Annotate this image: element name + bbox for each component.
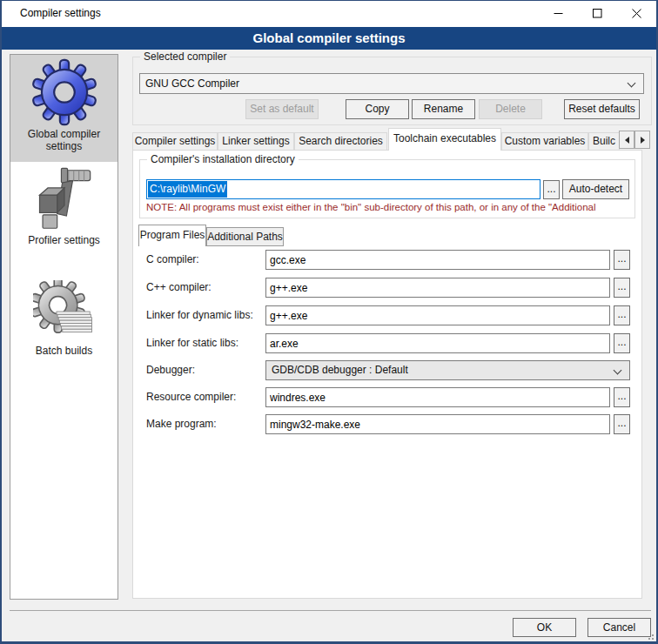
sidebar-item-global-compiler-settings[interactable]: Global compiler settings [10, 55, 118, 162]
settings-category-list: Global compiler settings Profiler settin… [10, 54, 118, 600]
make-program-input[interactable] [265, 414, 610, 434]
cancel-button[interactable]: Cancel [588, 618, 651, 637]
c-compiler-input[interactable] [265, 250, 610, 270]
subtab-additional-paths[interactable]: Additional Paths [206, 227, 284, 246]
tab-custom-variables[interactable]: Custom variables [501, 132, 588, 151]
bin-subdirectory-note: NOTE: All programs must exist either in … [146, 202, 634, 212]
delete-button: Delete [479, 99, 542, 119]
chevron-down-icon [614, 366, 622, 375]
tab-compiler-settings[interactable]: Compiler settings [132, 132, 218, 151]
resource-compiler-input[interactable] [265, 387, 610, 407]
c-compiler-label: C compiler: [146, 253, 199, 266]
window-title: Compiler settings [20, 1, 101, 26]
static-linker-label: Linker for static libs: [146, 337, 238, 350]
ok-button[interactable]: OK [513, 618, 576, 637]
arrow-left-icon [625, 137, 629, 144]
copy-button[interactable]: Copy [346, 99, 409, 119]
selected-path-text: C:\raylib\MinGW [148, 181, 227, 198]
make-program-label: Make program: [146, 418, 217, 431]
blue-gear-icon [30, 58, 98, 126]
tab-scroll-left-button[interactable] [619, 131, 634, 149]
tab-search-directories[interactable]: Search directories [294, 132, 387, 151]
chevron-down-icon [628, 79, 636, 88]
tab-build-options-truncated[interactable]: Builc [588, 132, 620, 151]
caliper-icon [31, 166, 97, 232]
installation-directory-input[interactable]: C:\raylib\MinGW [146, 179, 540, 199]
static-linker-input[interactable] [265, 333, 610, 353]
maximize-button[interactable] [578, 1, 617, 26]
tab-linker-settings[interactable]: Linker settings [218, 132, 294, 151]
resize-grip[interactable] [645, 631, 654, 640]
cpp-compiler-input[interactable] [265, 278, 610, 298]
compiler-select-value: GNU GCC Compiler [145, 77, 239, 90]
cpp-compiler-browse-button[interactable]: ... [614, 278, 630, 298]
static-linker-browse-button[interactable]: ... [614, 333, 630, 353]
sidebar-item-profiler-settings[interactable]: Profiler settings [10, 164, 118, 255]
close-icon [632, 9, 641, 18]
auto-detect-button[interactable]: Auto-detect [562, 179, 629, 199]
debugger-select-value: GDB/CDB debugger : Default [272, 364, 408, 376]
minimize-button[interactable] [539, 1, 578, 26]
gray-gear-stack-icon [33, 280, 96, 343]
minimize-icon [554, 9, 563, 18]
dynamic-linker-input[interactable] [265, 305, 610, 325]
sidebar-item-label: Global compiler settings [10, 128, 118, 152]
c-compiler-browse-button[interactable]: ... [614, 250, 630, 270]
dynamic-linker-browse-button[interactable]: ... [614, 305, 630, 325]
sidebar-item-batch-builds[interactable]: Batch builds [10, 275, 118, 362]
set-as-default-button: Set as default [245, 99, 319, 119]
make-program-browse-button[interactable]: ... [614, 414, 630, 434]
maximize-icon [593, 9, 602, 18]
debugger-select[interactable]: GDB/CDB debugger : Default [265, 360, 630, 380]
reset-defaults-button[interactable]: Reset defaults [564, 99, 640, 119]
tab-scroll-right-button[interactable] [634, 131, 650, 149]
compiler-select[interactable]: GNU GCC Compiler [139, 73, 644, 94]
page-title: Global compiler settings [2, 27, 656, 50]
tab-toolchain-executables[interactable]: Toolchain executables [388, 128, 501, 151]
installation-directory-group-label: Compiler's installation directory [147, 153, 299, 165]
browse-directory-button[interactable]: ... [543, 180, 560, 199]
sidebar-item-label: Batch builds [10, 345, 118, 357]
cpp-compiler-label: C++ compiler: [146, 281, 212, 294]
subtab-program-files[interactable]: Program Files [138, 225, 206, 246]
compiler-settings-dialog: Compiler settings Global compiler settin… [0, 0, 658, 644]
resource-compiler-browse-button[interactable]: ... [614, 387, 630, 407]
debugger-label: Debugger: [146, 364, 195, 377]
close-button[interactable] [617, 1, 656, 26]
selected-compiler-group-label: Selected compiler [140, 50, 230, 63]
arrow-right-icon [641, 137, 645, 144]
rename-button[interactable]: Rename [412, 99, 475, 119]
resource-compiler-label: Resource compiler: [146, 391, 236, 404]
title-bar[interactable]: Compiler settings [2, 1, 656, 27]
footer-divider [10, 610, 651, 611]
dynamic-linker-label: Linker for dynamic libs: [146, 309, 253, 322]
sidebar-item-label: Profiler settings [10, 234, 118, 246]
